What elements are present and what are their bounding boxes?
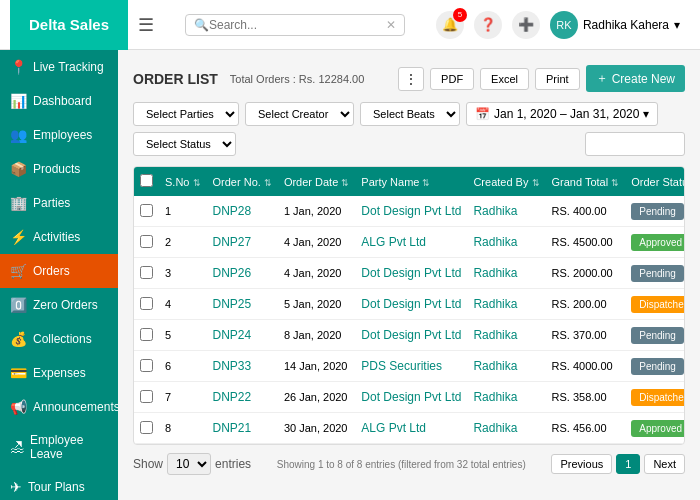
pdf-button[interactable]: PDF [430, 68, 474, 90]
more-options-button[interactable]: ⋮ [398, 67, 424, 91]
row-created-by-6[interactable]: Radhika [467, 382, 545, 413]
row-created-by-2[interactable]: Radhika [467, 258, 545, 289]
row-checkbox-5[interactable] [134, 351, 159, 382]
row-created-by-1[interactable]: Radhika [467, 227, 545, 258]
sidebar-item-zero-orders[interactable]: 0️⃣Zero Orders [0, 288, 118, 322]
sidebar-icon-dashboard: 📊 [10, 93, 27, 109]
pagination: Previous 1 Next [551, 454, 685, 474]
excel-button[interactable]: Excel [480, 68, 529, 90]
entries-select[interactable]: 10 [167, 453, 211, 475]
sidebar-icon-tour-plans: ✈ [10, 479, 22, 495]
row-checkbox-3[interactable] [134, 289, 159, 320]
sidebar-item-expenses[interactable]: 💳Expenses [0, 356, 118, 390]
next-button[interactable]: Next [644, 454, 685, 474]
sidebar-item-parties[interactable]: 🏢Parties [0, 186, 118, 220]
row-created-by-4[interactable]: Radhika [467, 320, 545, 351]
row-status-0: Pending [625, 196, 685, 227]
plus-icon: ＋ [596, 70, 608, 87]
row-checkbox-4[interactable] [134, 320, 159, 351]
col-header-order-date[interactable]: Order Date ⇅ [278, 167, 355, 196]
pagination-info: Showing 1 to 8 of 8 entries (filtered fr… [277, 459, 526, 470]
help-icon[interactable]: ❓ [474, 11, 502, 39]
row-order-date-2: 4 Jan, 2020 [278, 258, 355, 289]
row-party-5[interactable]: PDS Securities [355, 351, 467, 382]
row-party-1[interactable]: ALG Pvt Ltd [355, 227, 467, 258]
row-party-0[interactable]: Dot Design Pvt Ltd [355, 196, 467, 227]
prev-button[interactable]: Previous [551, 454, 612, 474]
row-party-3[interactable]: Dot Design Pvt Ltd [355, 289, 467, 320]
select-all-checkbox-header[interactable] [134, 167, 159, 196]
sidebar-item-employees[interactable]: 👥Employees [0, 118, 118, 152]
sidebar-item-tour-plans[interactable]: ✈Tour Plans [0, 470, 118, 500]
row-party-2[interactable]: Dot Design Pvt Ltd [355, 258, 467, 289]
date-range-picker[interactable]: 📅 Jan 1, 2020 – Jan 31, 2020 ▾ [466, 102, 658, 126]
sidebar-label-tour-plans: Tour Plans [28, 480, 85, 494]
row-checkbox-2[interactable] [134, 258, 159, 289]
row-party-7[interactable]: ALG Pvt Ltd [355, 413, 467, 444]
search-input[interactable] [209, 18, 386, 32]
row-order-no-2[interactable]: DNP26 [207, 258, 278, 289]
col-header-grand-total[interactable]: Grand Total ⇅ [546, 167, 626, 196]
row-created-by-3[interactable]: Radhika [467, 289, 545, 320]
row-order-no-7[interactable]: DNP21 [207, 413, 278, 444]
sidebar-label-collections: Collections [33, 332, 92, 346]
sidebar-item-products[interactable]: 📦Products [0, 152, 118, 186]
parties-filter[interactable]: Select Parties [133, 102, 239, 126]
search-icon: 🔍 [194, 18, 209, 32]
row-grand-total-7: RS. 456.00 [546, 413, 626, 444]
select-all-checkbox[interactable] [140, 174, 153, 187]
search-clear-icon[interactable]: ✕ [386, 18, 396, 32]
row-order-date-4: 8 Jan, 2020 [278, 320, 355, 351]
row-order-no-4[interactable]: DNP24 [207, 320, 278, 351]
sidebar-icon-live-tracking: 📍 [10, 59, 27, 75]
row-checkbox-1[interactable] [134, 227, 159, 258]
col-header-created-by[interactable]: Created By ⇅ [467, 167, 545, 196]
hamburger-menu[interactable]: ☰ [138, 14, 154, 36]
row-order-no-0[interactable]: DNP28 [207, 196, 278, 227]
col-header-order-status[interactable]: Order Status ⇅ [625, 167, 685, 196]
sidebar-item-employee-leave[interactable]: 🏖Employee Leave [0, 424, 118, 470]
row-party-4[interactable]: Dot Design Pvt Ltd [355, 320, 467, 351]
sidebar-item-orders[interactable]: 🛒Orders [0, 254, 118, 288]
notification-icon[interactable]: 🔔 5 [436, 11, 464, 39]
status-filter[interactable]: Select Status [133, 132, 236, 156]
sidebar-label-zero-orders: Zero Orders [33, 298, 98, 312]
sidebar-icon-employees: 👥 [10, 127, 27, 143]
row-order-no-5[interactable]: DNP33 [207, 351, 278, 382]
table-row: 2 DNP27 4 Jan, 2020 ALG Pvt Ltd Radhika … [134, 227, 685, 258]
table-search-input[interactable] [585, 132, 685, 156]
sidebar-item-announcements[interactable]: 📢Announcements [0, 390, 118, 424]
user-menu[interactable]: RK Radhika Kahera ▾ [550, 11, 680, 39]
col-header-order-no[interactable]: Order No. ⇅ [207, 167, 278, 196]
row-created-by-5[interactable]: Radhika [467, 351, 545, 382]
row-party-6[interactable]: Dot Design Pvt Ltd [355, 382, 467, 413]
create-new-button[interactable]: ＋ Create New [586, 65, 685, 92]
col-header-sno[interactable]: S.No ⇅ [159, 167, 207, 196]
page-1-button[interactable]: 1 [616, 454, 640, 474]
sidebar-label-employee-leave: Employee Leave [30, 433, 108, 461]
creator-filter[interactable]: Select Creator [245, 102, 354, 126]
sidebar-item-activities[interactable]: ⚡Activities [0, 220, 118, 254]
row-grand-total-0: RS. 400.00 [546, 196, 626, 227]
user-name: Radhika Kahera [583, 18, 669, 32]
row-order-no-1[interactable]: DNP27 [207, 227, 278, 258]
row-created-by-0[interactable]: Radhika [467, 196, 545, 227]
beats-filter[interactable]: Select Beats [360, 102, 460, 126]
row-order-no-3[interactable]: DNP25 [207, 289, 278, 320]
row-checkbox-7[interactable] [134, 413, 159, 444]
table-row: 1 DNP28 1 Jan, 2020 Dot Design Pvt Ltd R… [134, 196, 685, 227]
print-button[interactable]: Print [535, 68, 580, 90]
row-created-by-7[interactable]: Radhika [467, 413, 545, 444]
sidebar-item-live-tracking[interactable]: 📍Live Tracking [0, 50, 118, 84]
calendar-icon: 📅 [475, 107, 490, 121]
col-header-party-name[interactable]: Party Name ⇅ [355, 167, 467, 196]
row-checkbox-6[interactable] [134, 382, 159, 413]
row-status-2: Pending [625, 258, 685, 289]
row-checkbox-0[interactable] [134, 196, 159, 227]
sidebar-item-dashboard[interactable]: 📊Dashboard [0, 84, 118, 118]
row-order-no-6[interactable]: DNP22 [207, 382, 278, 413]
row-order-date-7: 30 Jan, 2020 [278, 413, 355, 444]
sidebar-item-collections[interactable]: 💰Collections [0, 322, 118, 356]
add-icon[interactable]: ➕ [512, 11, 540, 39]
sidebar-label-expenses: Expenses [33, 366, 86, 380]
